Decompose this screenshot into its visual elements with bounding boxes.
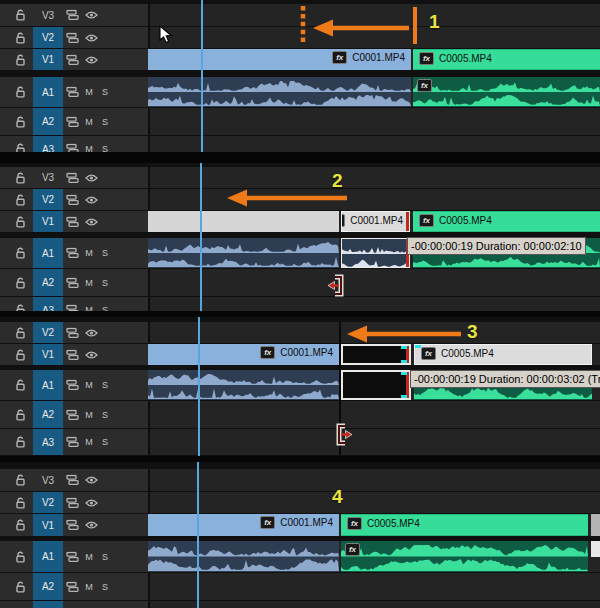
sync-lock-toggle[interactable]	[66, 32, 79, 43]
sync-lock-toggle[interactable]	[66, 144, 79, 153]
playhead[interactable]	[200, 163, 202, 311]
track-output-toggle[interactable]	[85, 476, 98, 485]
mute-button[interactable]: M	[83, 437, 95, 447]
track-lock-button[interactable]	[15, 408, 26, 421]
clip-C0005[interactable]: fxC0005.MP4	[413, 49, 600, 70]
track-lock-button[interactable]	[15, 348, 26, 361]
sync-lock-toggle[interactable]	[66, 520, 79, 531]
track-target-button-V1[interactable]: V1	[33, 211, 63, 232]
sync-lock-toggle[interactable]	[66, 551, 79, 562]
track-lock-button[interactable]	[15, 53, 26, 66]
solo-button[interactable]: S	[99, 380, 111, 390]
track-output-toggle[interactable]	[85, 350, 98, 359]
sync-lock-toggle[interactable]	[66, 437, 79, 448]
track-output-toggle[interactable]	[85, 217, 98, 226]
track-lock-button[interactable]	[15, 474, 26, 487]
track-lock-button[interactable]	[15, 193, 26, 206]
track-target-button-A3[interactable]: A3	[33, 429, 63, 455]
mute-button[interactable]: M	[83, 87, 95, 97]
sync-lock-toggle[interactable]	[66, 248, 79, 259]
track-target-button-V2[interactable]: V2	[33, 27, 63, 48]
clip-C0001[interactable]: fxC0001.MP4	[148, 49, 411, 70]
solo-button[interactable]: S	[99, 552, 111, 562]
clip-C0005[interactable]: fxC0005.MP4	[414, 344, 592, 365]
track-target-button-A3[interactable]: A3	[33, 136, 63, 152]
track-lock-button[interactable]	[15, 247, 26, 260]
track-target-button-V3[interactable]: V3	[33, 469, 63, 491]
track-lock-button[interactable]	[15, 215, 26, 228]
track-lock-button[interactable]	[15, 550, 26, 563]
sync-lock-toggle[interactable]	[66, 409, 79, 420]
clip-fragment[interactable]	[148, 211, 339, 232]
trim-gap-clip[interactable]	[341, 370, 411, 400]
track-lock-button[interactable]	[15, 143, 26, 153]
mute-button[interactable]: M	[83, 582, 95, 592]
solo-button[interactable]: S	[99, 87, 111, 97]
mute-button[interactable]: M	[83, 552, 95, 562]
track-target-button-A1[interactable]: A1	[33, 541, 63, 572]
trim-gap-clip[interactable]	[341, 344, 411, 365]
track-target-button-A3[interactable]: A3	[33, 601, 63, 608]
sync-lock-toggle[interactable]	[66, 380, 79, 391]
solo-button[interactable]: S	[99, 278, 111, 288]
solo-button[interactable]: S	[99, 144, 111, 152]
sync-lock-toggle[interactable]	[66, 54, 79, 65]
track-lock-button[interactable]	[15, 304, 26, 312]
sync-lock-toggle[interactable]	[66, 581, 79, 592]
track-target-button-V1[interactable]: V1	[33, 514, 63, 536]
sync-lock-toggle[interactable]	[66, 349, 79, 360]
solo-button[interactable]: S	[99, 582, 111, 592]
sync-lock-toggle[interactable]	[66, 116, 79, 127]
solo-button[interactable]: S	[99, 117, 111, 127]
mute-button[interactable]: M	[83, 305, 95, 311]
track-lock-button[interactable]	[15, 31, 26, 44]
sync-lock-toggle[interactable]	[66, 277, 79, 288]
track-lock-button[interactable]	[15, 436, 26, 449]
track-target-button-V1[interactable]: V1	[33, 49, 63, 70]
track-lock-button[interactable]	[15, 9, 26, 22]
playhead[interactable]	[201, 0, 203, 152]
track-lock-button[interactable]	[15, 519, 26, 532]
solo-button[interactable]: S	[99, 305, 111, 311]
clip-C0005[interactable]: fxC0005.MP4	[413, 211, 600, 232]
track-lock-button[interactable]	[15, 580, 26, 593]
clip-fragment[interactable]	[148, 238, 339, 268]
track-target-button-A2[interactable]: A2	[33, 573, 63, 600]
track-lock-button[interactable]	[15, 496, 26, 509]
mute-button[interactable]: M	[83, 144, 95, 152]
track-target-button-A1[interactable]: A1	[33, 370, 63, 400]
clip-C0001[interactable]: fxC0001.MP4	[148, 344, 339, 365]
track-lock-button[interactable]	[15, 276, 26, 289]
clip-C0001[interactable]: fxC0001.MP4	[148, 514, 339, 536]
track-lock-button[interactable]	[15, 115, 26, 128]
clip-fragment[interactable]	[148, 541, 339, 572]
track-target-button-A1[interactable]: A1	[33, 238, 63, 268]
sync-lock-toggle[interactable]	[66, 216, 79, 227]
track-lock-button[interactable]	[15, 171, 26, 184]
track-output-toggle[interactable]	[85, 521, 98, 530]
track-lock-button[interactable]	[15, 86, 26, 99]
solo-button[interactable]: S	[99, 248, 111, 258]
track-target-button-V2[interactable]: V2	[33, 322, 63, 343]
sync-lock-toggle[interactable]	[66, 305, 79, 312]
sync-lock-toggle[interactable]	[66, 10, 79, 21]
track-output-toggle[interactable]	[85, 11, 98, 20]
track-output-toggle[interactable]	[85, 328, 98, 337]
sync-lock-toggle[interactable]	[66, 475, 79, 486]
track-target-button-V1[interactable]: V1	[33, 344, 63, 365]
solo-button[interactable]: S	[99, 437, 111, 447]
track-output-toggle[interactable]	[85, 195, 98, 204]
solo-button[interactable]: S	[99, 410, 111, 420]
playhead[interactable]	[198, 317, 200, 456]
track-target-button-V3[interactable]: V3	[33, 4, 63, 26]
track-target-button-V2[interactable]: V2	[33, 492, 63, 513]
track-target-button-A3[interactable]: A3	[33, 297, 63, 311]
track-target-button-A2[interactable]: A2	[33, 401, 63, 428]
track-target-button-A2[interactable]: A2	[33, 269, 63, 296]
mute-button[interactable]: M	[83, 380, 95, 390]
track-output-toggle[interactable]	[85, 498, 98, 507]
clip-fragment[interactable]	[591, 541, 600, 557]
track-output-toggle[interactable]	[85, 55, 98, 64]
clip-fragment[interactable]	[148, 77, 411, 107]
track-target-button-A1[interactable]: A1	[33, 77, 63, 107]
